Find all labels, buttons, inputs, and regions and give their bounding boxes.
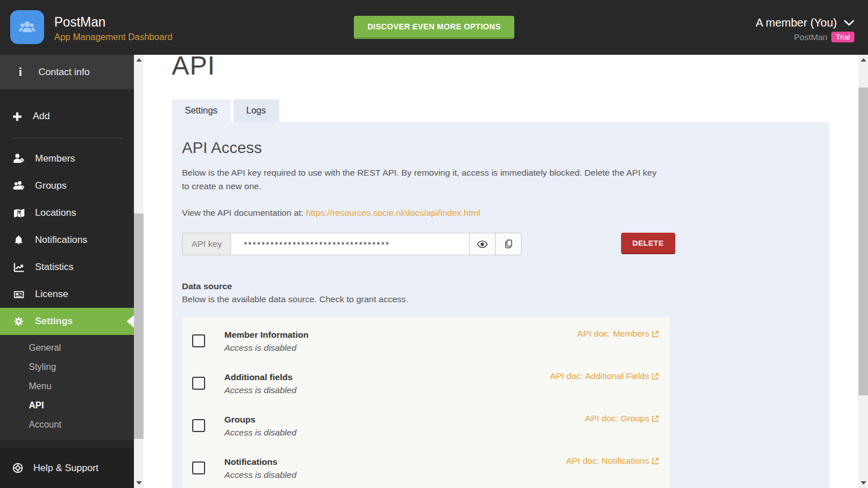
- delete-api-key-button[interactable]: DELETE: [621, 233, 675, 254]
- sidebar-item-contact-info[interactable]: i Contact info: [0, 55, 134, 89]
- org-name: PostMan: [794, 32, 827, 42]
- api-doc-link[interactable]: https://resources.socie.nl/docs/api/inde…: [306, 208, 480, 217]
- eye-icon: [476, 238, 488, 250]
- sidebar-item-statistics[interactable]: Statistics: [0, 254, 134, 281]
- sidebar-item-add[interactable]: Add: [0, 104, 134, 128]
- submenu-item-general[interactable]: General: [0, 338, 134, 358]
- user-name: A member (You): [756, 16, 837, 29]
- sidebar-item-settings[interactable]: Settings: [0, 308, 134, 335]
- user-menu[interactable]: A member (You) PostMan Trial: [756, 16, 854, 42]
- chart-line-icon: [12, 262, 25, 273]
- link-label: API doc: Notifications: [566, 456, 649, 466]
- brand-subtitle: App Management Dashboard: [54, 32, 172, 42]
- sidebar-nav: Members Groups: [0, 145, 134, 440]
- data-source-description: Below is the available data source. Chec…: [182, 294, 819, 304]
- api-key-row: API key: [182, 233, 819, 255]
- member-information-checkbox[interactable]: [192, 334, 205, 347]
- gear-icon: [12, 316, 25, 327]
- plus-icon: [12, 111, 23, 122]
- data-source-row: Groups Access is disabled API doc: Group…: [192, 413, 659, 439]
- notifications-checkbox[interactable]: [192, 461, 205, 474]
- data-source-row: Additional fields Access is disabled API…: [192, 371, 659, 396]
- data-source-row: Notifications Access is disabled API doc…: [192, 455, 659, 481]
- reveal-key-button[interactable]: [470, 233, 496, 255]
- sidebar-item-label: Groups: [35, 180, 67, 191]
- data-source-row: Member Information Access is disabled AP…: [192, 328, 659, 354]
- sidebar-item-label: Locations: [35, 207, 76, 219]
- row-status: Access is disabled: [224, 384, 297, 396]
- api-key-input[interactable]: [231, 233, 470, 255]
- sidebar-item-label: Settings: [35, 316, 73, 327]
- sidebar-item-label: Statistics: [35, 262, 73, 273]
- people-icon: [17, 17, 37, 37]
- link-label: API doc: Members: [578, 329, 650, 339]
- license-card-icon: [12, 289, 25, 300]
- api-access-description: Below is the API key required to use wit…: [182, 166, 662, 193]
- data-source-heading: Data source: [182, 281, 819, 291]
- discover-options-button[interactable]: DISCOVER EVEN MORE OPTIONS: [354, 16, 514, 39]
- row-status: Access is disabled: [224, 341, 309, 354]
- sidebar-item-label: Add: [33, 111, 50, 122]
- scroll-down-icon[interactable]: [861, 481, 866, 485]
- additional-fields-checkbox[interactable]: [192, 377, 205, 390]
- external-link-icon: [651, 372, 659, 381]
- sidebar-scrollbar-thumb[interactable]: [134, 213, 144, 439]
- main-content: API Settings Logs API Access Below is th…: [144, 55, 858, 488]
- scroll-down-icon[interactable]: [136, 481, 142, 485]
- sidebar-divider: [12, 138, 123, 138]
- data-source-list: Member Information Access is disabled AP…: [182, 317, 670, 488]
- row-status: Access is disabled: [224, 426, 297, 439]
- sidebar-item-license[interactable]: License: [0, 281, 134, 308]
- chevron-down-icon: [844, 20, 854, 26]
- external-link-icon: [651, 415, 659, 423]
- settings-submenu: General Styling Menu API Account: [0, 335, 134, 440]
- copy-icon: [503, 238, 514, 250]
- settings-panel: API Access Below is the API key required…: [172, 122, 830, 488]
- groups-gear-icon: [12, 180, 25, 192]
- tab-logs[interactable]: Logs: [233, 99, 279, 122]
- sidebar-scrollbar[interactable]: [134, 55, 144, 488]
- info-icon: i: [17, 66, 24, 79]
- sidebar-item-label: Contact info: [38, 67, 90, 78]
- submenu-item-account[interactable]: Account: [0, 415, 134, 434]
- app-logo[interactable]: [10, 10, 44, 44]
- submenu-item-styling[interactable]: Styling: [0, 358, 134, 377]
- member-gear-icon: [12, 152, 25, 165]
- brand: PostMan App Management Dashboard: [54, 15, 172, 42]
- tab-settings[interactable]: Settings: [172, 99, 231, 122]
- sidebar-item-notifications[interactable]: Notifications: [0, 226, 134, 254]
- sidebar-item-members[interactable]: Members: [0, 145, 134, 172]
- submenu-item-menu[interactable]: Menu: [0, 377, 134, 396]
- sidebar-item-help-support[interactable]: Help & Support: [0, 448, 134, 488]
- sidebar-item-label: Members: [35, 153, 75, 164]
- bell-icon: [12, 234, 25, 246]
- submenu-item-api[interactable]: API: [0, 396, 134, 415]
- row-title: Member Information: [224, 328, 309, 341]
- sidebar-item-locations[interactable]: Locations: [0, 199, 134, 226]
- row-title: Additional fields: [224, 371, 297, 384]
- groups-checkbox[interactable]: [192, 419, 205, 432]
- copy-key-button[interactable]: [496, 233, 522, 255]
- link-label: API doc: Additional Fields: [550, 371, 649, 381]
- sidebar-item-groups[interactable]: Groups: [0, 172, 134, 199]
- row-title: Notifications: [224, 455, 297, 468]
- api-doc-members-link[interactable]: API doc: Members: [578, 329, 660, 339]
- tab-bar: Settings Logs: [172, 99, 858, 122]
- scroll-up-icon[interactable]: [861, 58, 866, 62]
- row-status: Access is disabled: [224, 468, 297, 481]
- api-doc-groups-link[interactable]: API doc: Groups: [585, 413, 659, 424]
- lifebuoy-icon: [12, 462, 24, 474]
- api-doc-additional-fields-link[interactable]: API doc: Additional Fields: [550, 371, 659, 381]
- trial-badge: Trial: [831, 32, 854, 42]
- map-icon: [12, 207, 25, 219]
- api-doc-notifications-link[interactable]: API doc: Notifications: [566, 456, 659, 466]
- api-key-input-group: API key: [182, 233, 522, 255]
- scroll-up-icon[interactable]: [136, 58, 142, 62]
- page-scrollbar-thumb[interactable]: [858, 88, 868, 395]
- doc-prefix: View the API documentation at:: [182, 208, 306, 217]
- sidebar: i Contact info Add Members: [0, 55, 134, 488]
- brand-title: PostMan: [54, 15, 172, 30]
- link-label: API doc: Groups: [585, 413, 649, 424]
- page-scrollbar[interactable]: [858, 55, 868, 488]
- sidebar-item-label: Help & Support: [33, 463, 98, 474]
